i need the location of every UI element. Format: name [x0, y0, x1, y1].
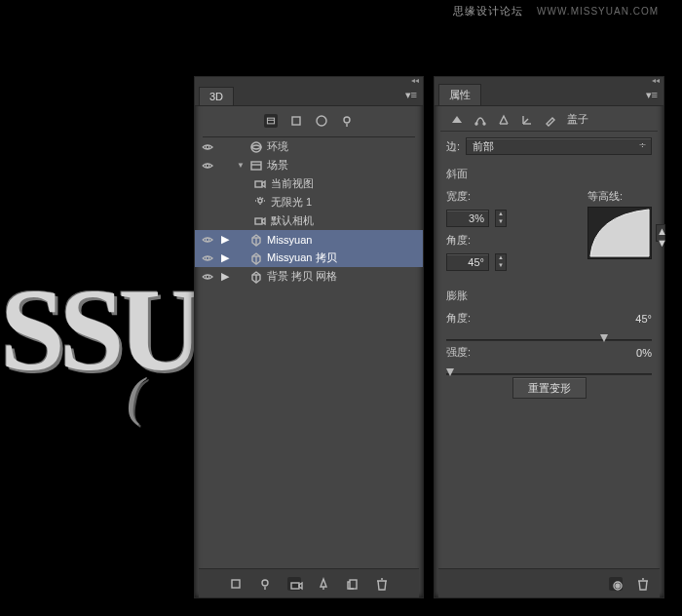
svg-rect-0 — [267, 118, 274, 124]
bevel-angle-field[interactable]: 45° — [446, 253, 489, 271]
props-mode-toolbar: 盖子 — [440, 106, 658, 132]
collapse-icon[interactable]: ◂◂ — [411, 78, 419, 84]
collapse-icon[interactable]: ◂◂ — [652, 78, 660, 84]
deform-mode-icon[interactable] — [474, 113, 487, 127]
panel-tabbar: 3D ▾≡ — [195, 85, 423, 106]
svg-point-30 — [262, 580, 268, 586]
svg-line-17 — [257, 198, 258, 199]
chevron-icon: ▼ — [236, 161, 246, 170]
svg-rect-19 — [255, 218, 262, 224]
mesh-icon — [249, 233, 263, 247]
svg-line-18 — [262, 198, 263, 199]
width-stepper[interactable]: ▲▼ — [495, 210, 507, 227]
props-panel-footer — [438, 568, 660, 597]
camera-icon — [253, 214, 267, 228]
scene-icon — [249, 159, 263, 173]
expand-toggle-icon[interactable]: ▶ — [218, 270, 232, 283]
filter-mesh-icon[interactable] — [289, 114, 303, 128]
tree-item-label: 当前视图 — [271, 176, 423, 191]
render-settings-icon[interactable] — [609, 577, 623, 591]
add-mesh-icon[interactable] — [229, 577, 243, 591]
tree-item-label: 默认相机 — [271, 213, 423, 228]
filter-material-icon[interactable] — [315, 114, 328, 128]
watermark: 思缘设计论坛 WWW.MISSYUAN.COM — [453, 4, 659, 19]
crumb-label: 盖子 — [567, 112, 588, 127]
tree-row[interactable]: ▼场景 — [195, 156, 423, 174]
svg-point-4 — [344, 117, 350, 123]
svg-point-12 — [258, 199, 262, 203]
expand-toggle-icon[interactable]: ▶ — [218, 233, 232, 246]
tree-row[interactable]: ▶Missyuan — [195, 230, 423, 249]
trash-icon[interactable] — [375, 577, 389, 591]
mesh-icon — [249, 251, 263, 265]
panel-menu-button[interactable]: ▾≡ — [646, 89, 658, 101]
trash-icon[interactable] — [636, 577, 650, 591]
panel-properties: ◂◂ 属性 ▾≡ 盖子 边: 前部 斜面 宽度: 3% ▲▼ — [434, 76, 664, 598]
svg-point-42 — [616, 584, 620, 588]
tree-row[interactable]: 环境 — [195, 137, 423, 156]
add-light-icon[interactable] — [258, 577, 272, 591]
svg-point-35 — [475, 123, 477, 125]
tree-row[interactable]: 无限光 1 — [195, 193, 423, 212]
visibility-eye-icon[interactable] — [201, 252, 214, 264]
svg-point-23 — [206, 256, 208, 259]
new-icon[interactable] — [346, 577, 360, 591]
panel-drag-handle[interactable]: ◂◂ — [195, 77, 423, 85]
svg-point-26 — [206, 275, 208, 278]
visibility-eye-icon[interactable] — [201, 141, 214, 153]
light-icon — [253, 196, 267, 210]
mesh-icon — [249, 270, 263, 284]
width-field[interactable]: 3% — [446, 210, 489, 227]
reset-deform-button[interactable]: 重置变形 — [512, 377, 587, 399]
env-icon — [249, 140, 263, 154]
expand-toggle-icon[interactable]: ▶ — [218, 251, 232, 264]
canvas-3d-text-sub: ( — [127, 366, 144, 427]
strength-value: 0% — [619, 347, 652, 359]
panel-menu-button[interactable]: ▾≡ — [405, 89, 417, 101]
visibility-eye-icon[interactable] — [201, 160, 214, 172]
brush-mode-icon[interactable] — [544, 113, 557, 127]
bevel-section-label: 斜面 — [446, 167, 652, 181]
inflate-angle-value: 45° — [619, 313, 652, 325]
tree-item-label: 背景 拷贝 网格 — [267, 269, 423, 284]
contour-preview[interactable] — [587, 207, 652, 259]
tree-item-label: Missyuan — [267, 234, 423, 246]
tab-properties[interactable]: 属性 — [438, 84, 481, 105]
svg-rect-29 — [232, 580, 240, 588]
3d-panel-footer — [199, 568, 419, 597]
tree-row[interactable]: 默认相机 — [195, 212, 423, 230]
svg-point-7 — [251, 142, 261, 152]
svg-point-20 — [206, 238, 208, 241]
svg-rect-2 — [292, 117, 300, 125]
width-label: 宽度: — [446, 189, 474, 204]
3d-filter-toolbar — [203, 110, 415, 137]
svg-rect-32 — [291, 583, 299, 589]
filter-scene-icon[interactable] — [264, 114, 278, 128]
inflate-section-label: 膨胀 — [446, 289, 652, 303]
tab-3d[interactable]: 3D — [199, 87, 234, 105]
add-camera-icon[interactable] — [287, 577, 301, 591]
bevel-angle-stepper[interactable]: ▲▼ — [495, 253, 507, 271]
edge-select[interactable]: 前部 — [466, 137, 652, 155]
tree-item-label: 无限光 1 — [271, 195, 423, 210]
render-icon[interactable] — [317, 577, 330, 591]
visibility-eye-icon[interactable] — [201, 234, 214, 246]
svg-point-36 — [483, 123, 485, 125]
inflate-angle-label: 角度: — [446, 311, 474, 326]
filter-light-icon[interactable] — [340, 114, 354, 128]
svg-line-40 — [523, 119, 528, 124]
cap-mode-icon[interactable] — [497, 113, 511, 127]
scene-tree: 环境▼场景当前视图无限光 1默认相机▶Missyuan▶Missyuan 拷贝▶… — [195, 137, 423, 568]
tree-row[interactable]: 当前视图 — [195, 174, 423, 193]
camera-icon — [253, 177, 267, 191]
tree-row[interactable]: ▶Missyuan 拷贝 — [195, 249, 423, 267]
svg-rect-34 — [350, 580, 357, 589]
visibility-eye-icon[interactable] — [201, 271, 214, 283]
edge-label: 边: — [446, 139, 460, 154]
coord-mode-icon[interactable] — [520, 113, 534, 127]
tree-row[interactable]: ▶背景 拷贝 网格 — [195, 267, 423, 286]
svg-rect-9 — [251, 162, 261, 170]
contour-stepper[interactable]: ▲▼ — [656, 224, 665, 242]
bevel-angle-label: 角度: — [446, 233, 474, 248]
mesh-mode-icon[interactable] — [450, 113, 464, 127]
